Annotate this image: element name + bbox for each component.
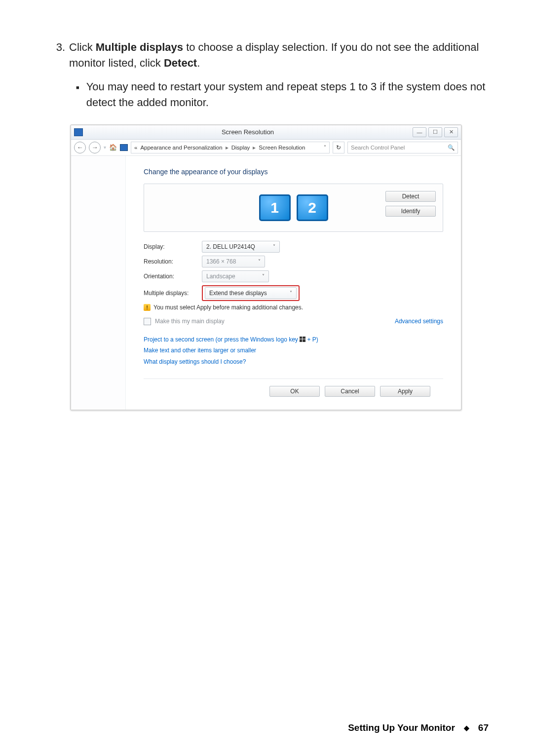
step-body: Click Multiple displays to choose a disp… xyxy=(69,39,489,71)
main-display-label: Make this my main display xyxy=(155,318,225,325)
label-multiple: Multiple displays: xyxy=(144,290,202,297)
app-icon xyxy=(74,128,83,136)
nav-row: ← → ▾ 🏠 « Appearance and Personalization… xyxy=(71,140,461,156)
select-resolution[interactable]: 1366 × 768˅ xyxy=(202,256,265,267)
detect-button[interactable]: Detect xyxy=(385,191,436,202)
display-preview[interactable]: 1 2 Detect Identify xyxy=(144,184,443,232)
windows-key-icon xyxy=(300,337,305,342)
close-button[interactable]: ✕ xyxy=(444,127,458,137)
forward-button[interactable]: → xyxy=(89,142,101,153)
chevron-down-icon: ˅ xyxy=(262,273,265,279)
select-multiple-displays[interactable]: Extend these displays˅ xyxy=(205,287,297,299)
instruction-subbullet: You may need to restart your system and … xyxy=(76,79,489,111)
step-number: 3. xyxy=(44,39,69,71)
label-orientation: Orientation: xyxy=(144,273,202,280)
cancel-button[interactable]: Cancel xyxy=(325,386,375,397)
window-title: Screen Resolution xyxy=(83,128,413,136)
select-orientation[interactable]: Landscape˅ xyxy=(202,270,269,282)
dialog-button-row: OK Cancel Apply xyxy=(144,378,443,397)
row-orientation: Orientation: Landscape˅ xyxy=(144,270,443,282)
highlight-box: Extend these displays˅ xyxy=(202,285,300,301)
left-sidebar xyxy=(71,156,126,410)
refresh-button[interactable]: ↻ xyxy=(333,142,344,153)
up-button[interactable]: 🏠 xyxy=(109,144,117,151)
warning-row: ! You must select Apply before making ad… xyxy=(144,304,443,311)
warning-text: You must select Apply before making addi… xyxy=(153,304,303,311)
row-display: Display: 2. DELL UP2414Q˅ xyxy=(144,241,443,253)
screenshot-window: Screen Resolution — ☐ ✕ ← → ▾ 🏠 « Appear… xyxy=(70,124,462,411)
identify-button[interactable]: Identify xyxy=(385,206,436,217)
history-chevron-icon[interactable]: ▾ xyxy=(104,145,106,150)
warning-icon: ! xyxy=(144,304,151,311)
monitor-2[interactable]: 2 xyxy=(297,194,328,221)
window-titlebar: Screen Resolution — ☐ ✕ xyxy=(71,125,461,140)
minimize-button[interactable]: — xyxy=(413,127,426,137)
search-icon: 🔍 xyxy=(448,144,455,151)
page-footer: Setting Up Your Monitor ◆ 67 xyxy=(0,722,533,733)
svg-rect-0 xyxy=(300,337,302,339)
svg-rect-2 xyxy=(300,339,302,342)
breadcrumb[interactable]: « Appearance and Personalization▸ Displa… xyxy=(131,142,330,153)
advanced-settings-link[interactable]: Advanced settings xyxy=(395,318,443,325)
main-display-checkbox[interactable] xyxy=(144,318,151,325)
footer-page-number: 67 xyxy=(478,722,489,733)
instruction-step: 3. Click Multiple displays to choose a d… xyxy=(44,39,489,111)
select-display[interactable]: 2. DELL UP2414Q˅ xyxy=(202,241,280,253)
link-help[interactable]: What display settings should I choose? xyxy=(144,356,443,368)
label-display: Display: xyxy=(144,243,202,250)
back-button[interactable]: ← xyxy=(74,142,86,153)
link-list: Project to a second screen (or press the… xyxy=(144,334,443,368)
main-display-row: Make this my main display Advanced setti… xyxy=(144,318,443,325)
footer-section: Setting Up Your Monitor xyxy=(348,722,455,733)
chevron-down-icon: ˅ xyxy=(290,290,292,296)
row-resolution: Resolution: 1366 × 768˅ xyxy=(144,256,443,267)
link-text-size[interactable]: Make text and other items larger or smal… xyxy=(144,345,443,356)
ok-button[interactable]: OK xyxy=(269,386,320,397)
monitor-1[interactable]: 1 xyxy=(259,194,291,221)
search-input[interactable]: Search Control Panel 🔍 xyxy=(347,142,458,153)
apply-button[interactable]: Apply xyxy=(380,386,430,397)
diamond-icon: ◆ xyxy=(464,724,469,732)
chevron-down-icon[interactable]: ˅ xyxy=(324,145,326,150)
maximize-button[interactable]: ☐ xyxy=(428,127,442,137)
label-resolution: Resolution: xyxy=(144,258,202,265)
row-multiple-displays: Multiple displays: Extend these displays… xyxy=(144,285,443,301)
page-heading: Change the appearance of your displays xyxy=(144,168,443,176)
path-icon xyxy=(120,144,128,151)
chevron-down-icon: ˅ xyxy=(258,259,261,264)
link-project[interactable]: Project to a second screen (or press the… xyxy=(144,334,443,345)
chevron-down-icon: ˅ xyxy=(273,244,275,249)
